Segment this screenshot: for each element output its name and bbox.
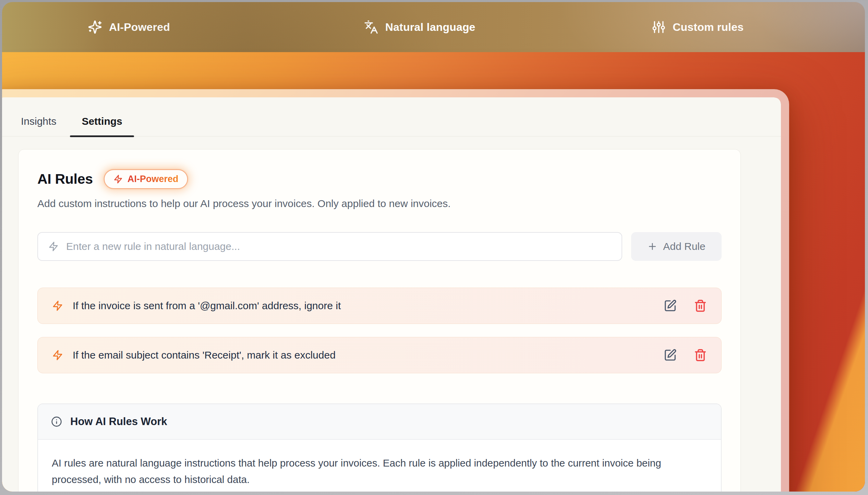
sparkles-icon — [88, 20, 102, 34]
feature-banner: AI-Powered Natural language Custom rules — [2, 2, 865, 52]
add-rule-label: Add Rule — [663, 241, 705, 252]
feature-label: Custom rules — [673, 21, 744, 34]
how-it-works-box: How AI Rules Work AI rules are natural l… — [37, 403, 722, 492]
new-rule-field-wrap — [37, 232, 622, 261]
add-rule-button[interactable]: Add Rule — [631, 232, 722, 261]
badge-label: AI-Powered — [128, 174, 179, 184]
info-icon — [51, 416, 62, 427]
rule-row: If the invoice is sent from a '@gmail.co… — [37, 288, 722, 324]
square-pen-icon — [664, 299, 677, 312]
tab-bar: Insights Settings — [2, 97, 781, 136]
card-header: AI Rules AI-Powered — [37, 169, 722, 189]
rule-text: If the email subject contains 'Receipt',… — [73, 349, 336, 361]
rule-actions — [664, 299, 707, 312]
zap-icon — [48, 241, 59, 252]
rules-list: If the invoice is sent from a '@gmail.co… — [37, 288, 722, 373]
hero-frame: AI-Powered Natural language Custom rules… — [2, 2, 865, 492]
card-description: Add custom instructions to help our AI p… — [37, 198, 722, 209]
ai-rules-card: AI Rules AI-Powered Add custom instructi… — [18, 149, 741, 492]
tab-settings[interactable]: Settings — [70, 116, 134, 136]
zap-icon — [52, 350, 63, 361]
page-title: AI Rules — [37, 171, 93, 187]
edit-rule-button[interactable] — [664, 299, 677, 312]
feature-label: Natural language — [385, 21, 475, 34]
feature-label: AI-Powered — [109, 21, 170, 34]
delete-rule-button[interactable] — [694, 349, 707, 362]
how-it-works-header: How AI Rules Work — [38, 404, 721, 440]
new-rule-row: Add Rule — [37, 232, 722, 261]
languages-icon — [364, 20, 378, 34]
how-it-works-body: AI rules are natural language instructio… — [38, 440, 721, 492]
zap-icon — [52, 300, 63, 311]
zap-icon — [113, 174, 123, 184]
square-pen-icon — [664, 349, 677, 362]
app-window: Insights Settings AI Rules AI-Powered Ad… — [2, 89, 789, 492]
how-it-works-title: How AI Rules Work — [70, 415, 167, 428]
page-background: { "banner": { "items": [ { "icon": "spar… — [0, 0, 868, 495]
feature-custom-rules: Custom rules — [651, 20, 744, 34]
feature-natural-language: Natural language — [364, 20, 475, 34]
edit-rule-button[interactable] — [664, 349, 677, 362]
window-content: Insights Settings AI Rules AI-Powered Ad… — [2, 97, 781, 492]
ai-powered-badge: AI-Powered — [104, 169, 188, 189]
trash-icon — [694, 299, 707, 312]
feature-ai-powered: AI-Powered — [88, 20, 170, 34]
rule-row: If the email subject contains 'Receipt',… — [37, 337, 722, 373]
tab-insights[interactable]: Insights — [21, 116, 56, 136]
plus-icon — [647, 241, 658, 252]
delete-rule-button[interactable] — [694, 299, 707, 312]
sliders-icon — [651, 20, 666, 34]
new-rule-input[interactable] — [66, 241, 611, 252]
rule-text: If the invoice is sent from a '@gmail.co… — [73, 300, 341, 312]
trash-icon — [694, 349, 707, 362]
rule-actions — [664, 349, 707, 362]
